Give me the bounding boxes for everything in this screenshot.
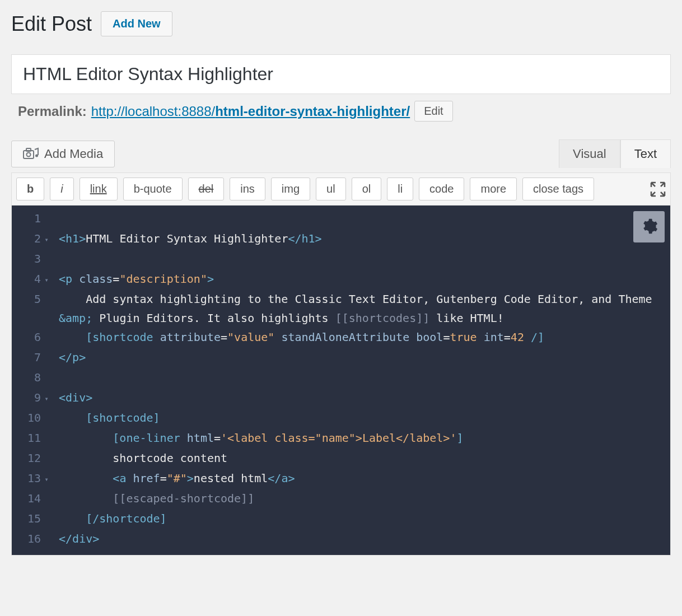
code-line[interactable]: 6 [shortcode attribute="value" standAlon… (12, 328, 670, 348)
line-number: 13▾ (12, 469, 54, 489)
code-content[interactable]: <h1>HTML Editor Syntax Highlighter</h1> (54, 229, 670, 249)
code-line[interactable]: 13▾ <a href="#">nested html</a> (12, 469, 670, 489)
code-line[interactable]: 9▾<div> (12, 388, 670, 408)
qt-del-button[interactable]: del (188, 178, 225, 200)
line-number: 10 (12, 408, 54, 428)
code-content[interactable]: [[escaped-shortcode]] (54, 489, 670, 509)
add-new-button[interactable]: Add New (101, 11, 172, 36)
line-number: 6 (12, 328, 54, 348)
code-line[interactable]: 11 [one-liner html='<label class="name">… (12, 428, 670, 449)
code-line[interactable]: 14 [[escaped-shortcode]] (12, 489, 670, 509)
code-line[interactable]: 1 (12, 209, 670, 229)
qt-bquote-button[interactable]: b-quote (123, 178, 183, 200)
code-line[interactable]: 4▾<p class="description"> (12, 269, 670, 290)
qt-bold-button[interactable]: b (16, 178, 44, 200)
qt-italic-button[interactable]: i (50, 178, 73, 200)
line-number: 7 (12, 348, 54, 368)
code-editor[interactable]: 1 2▾<h1>HTML Editor Syntax Highlighter</… (11, 206, 671, 556)
edit-permalink-button[interactable]: Edit (414, 101, 452, 122)
qt-more-button[interactable]: more (470, 178, 517, 200)
line-number: 3 (12, 249, 54, 269)
code-content[interactable] (54, 249, 670, 269)
camera-music-icon (23, 147, 39, 161)
line-number: 5 (12, 290, 54, 328)
code-line[interactable]: 2▾<h1>HTML Editor Syntax Highlighter</h1… (12, 229, 670, 249)
qt-ul-button[interactable]: ul (316, 178, 346, 200)
line-number: 9▾ (12, 388, 54, 408)
fullscreen-icon[interactable] (650, 181, 666, 197)
code-content[interactable]: </p> (54, 348, 670, 368)
permalink-slug: html-editor-syntax-highlighter/ (215, 104, 410, 119)
code-content[interactable]: shortcode content (54, 449, 670, 469)
code-content[interactable]: [one-liner html='<label class="name">Lab… (54, 428, 670, 449)
settings-button[interactable] (633, 211, 665, 242)
page-title: Edit Post (11, 12, 92, 36)
code-line[interactable]: 8 (12, 368, 670, 388)
line-number: 4▾ (12, 269, 54, 290)
tab-text[interactable]: Text (620, 139, 671, 168)
svg-rect-0 (24, 151, 34, 158)
code-content[interactable]: </div> (54, 529, 670, 549)
code-content[interactable]: <a href="#">nested html</a> (54, 469, 670, 489)
code-line[interactable]: 16 </div> (12, 529, 670, 549)
svg-point-1 (27, 152, 31, 156)
svg-rect-2 (26, 148, 31, 151)
line-number: 8 (12, 368, 54, 388)
qt-link-button[interactable]: link (80, 178, 118, 200)
permalink-link[interactable]: http://localhost:8888/html-editor-syntax… (91, 104, 410, 119)
permalink-label: Permalink: (18, 104, 87, 119)
code-content[interactable]: <p class="description"> (54, 269, 670, 290)
line-number: 11 (12, 428, 54, 449)
code-content[interactable]: [shortcode] (54, 408, 670, 428)
quicktags-toolbar: b i link b-quote del ins img ul ol li co… (11, 172, 671, 206)
line-number: 1 (12, 209, 54, 229)
qt-ins-button[interactable]: ins (230, 178, 265, 200)
qt-img-button[interactable]: img (271, 178, 310, 200)
code-content[interactable]: <div> (54, 388, 670, 408)
gear-icon (640, 217, 658, 237)
code-content[interactable]: [shortcode attribute="value" standAloneA… (54, 328, 670, 348)
code-line[interactable]: 3 (12, 249, 670, 269)
code-content[interactable] (54, 368, 670, 388)
qt-li-button[interactable]: li (387, 178, 413, 200)
code-content[interactable]: [/shortcode] (54, 509, 670, 529)
permalink-base: http://localhost:8888/ (91, 104, 215, 119)
tab-visual[interactable]: Visual (559, 139, 620, 168)
code-line[interactable]: 15 [/shortcode] (12, 509, 670, 529)
svg-point-3 (35, 154, 38, 157)
qt-code-button[interactable]: code (419, 178, 464, 200)
code-line[interactable]: 10 [shortcode] (12, 408, 670, 428)
line-number: 14 (12, 489, 54, 509)
add-media-label: Add Media (44, 147, 103, 161)
post-title-input[interactable] (11, 54, 671, 94)
line-number: 16 (12, 529, 54, 549)
code-line[interactable]: 5 Add syntax highlighting to the Classic… (12, 290, 670, 328)
qt-close-tags-button[interactable]: close tags (522, 178, 594, 200)
code-content[interactable] (54, 209, 670, 229)
line-number: 12 (12, 449, 54, 469)
code-line[interactable]: 7 </p> (12, 348, 670, 368)
line-number: 2▾ (12, 229, 54, 249)
code-content[interactable]: Add syntax highlighting to the Classic T… (54, 290, 670, 328)
line-number: 15 (12, 509, 54, 529)
add-media-button[interactable]: Add Media (11, 141, 115, 167)
code-line[interactable]: 12 shortcode content (12, 449, 670, 469)
qt-ol-button[interactable]: ol (352, 178, 382, 200)
